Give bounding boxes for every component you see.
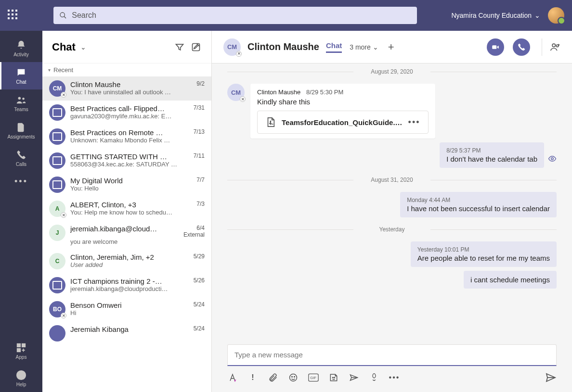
svg-point-13 xyxy=(551,157,554,160)
chat-item-title: Best Practices call- Flipped… xyxy=(70,104,165,113)
svg-point-21 xyxy=(373,374,376,378)
svg-point-15 xyxy=(292,377,293,378)
message-time: Monday 4:44 AM xyxy=(407,197,550,203)
chat-item-avatar: BO✕ xyxy=(49,301,65,317)
video-call-button[interactable] xyxy=(487,38,504,56)
audio-call-button[interactable] xyxy=(513,38,530,56)
chat-list-item[interactable]: Best Practices call- Flipped…7/31gavuna2… xyxy=(42,101,211,125)
message-text: Are people able to reset for me my teams xyxy=(417,254,550,262)
chat-item-title: Clinton, Jeremiah, Jim, +2 xyxy=(70,253,154,261)
chat-item-preview: you are welcome xyxy=(70,238,205,245)
presence-offline-icon: ✕ xyxy=(61,313,66,318)
svg-line-1 xyxy=(64,16,66,18)
chat-list-item[interactable]: ICT champions training 2 -…5/26jeremiah.… xyxy=(42,273,211,297)
chat-item-preview: Unknown: Kamaku Mbondo Felix … xyxy=(70,137,205,144)
svg-rect-6 xyxy=(17,349,20,352)
more-actions-icon[interactable]: ••• xyxy=(389,372,400,383)
add-people-button[interactable] xyxy=(542,38,560,56)
new-chat-icon[interactable] xyxy=(190,41,202,53)
message-time: 8/29 5:37 PM xyxy=(446,147,537,154)
svg-point-0 xyxy=(60,13,65,17)
svg-point-19 xyxy=(333,377,334,378)
chat-list-item[interactable]: GETTING STARTED WITH …7/11558063@34.kec.… xyxy=(42,149,211,173)
chat-item-date: 7/11 xyxy=(194,152,205,161)
chat-item-avatar xyxy=(49,152,65,169)
help-icon xyxy=(15,369,27,381)
chat-item-preview: gavuna2030@mylife.mku.ac.ke: E… xyxy=(70,113,205,120)
rail-calls[interactable]: Calls xyxy=(0,144,42,172)
emoji-icon[interactable] xyxy=(288,372,299,383)
chat-item-preview: You: Help me know how to schedu… xyxy=(70,209,205,216)
svg-rect-4 xyxy=(17,344,20,347)
tenant-switcher[interactable]: Nyamira County Education ⌄ xyxy=(451,12,540,19)
add-tab-button[interactable]: + xyxy=(386,41,396,53)
chat-item-avatar: C xyxy=(49,253,65,269)
rail-more[interactable]: ••• xyxy=(14,172,28,191)
attach-icon[interactable] xyxy=(268,372,278,383)
chat-list-item[interactable]: My Digital World7/7You: Hello xyxy=(42,173,211,197)
rail-teams[interactable]: Teams xyxy=(0,89,42,117)
chat-item-date: 5/24 xyxy=(194,325,205,333)
chevron-down-icon[interactable]: ⌄ xyxy=(80,43,86,51)
search-input[interactable]: Search xyxy=(53,7,417,24)
sticker-icon[interactable] xyxy=(328,372,339,383)
chat-item-avatar xyxy=(49,128,65,145)
rail-assignments[interactable]: Assignments xyxy=(0,117,42,144)
section-recent[interactable]: ▾ Recent xyxy=(42,63,211,76)
rail-help[interactable]: Help xyxy=(0,365,42,392)
chat-item-date: 5/24 xyxy=(194,301,205,309)
chat-list-item[interactable]: CM✕Clinton Maushe9/2You: I have uninstal… xyxy=(42,76,211,101)
chat-list-item[interactable]: Jeremiah Kibanga5/24 xyxy=(42,321,211,345)
chat-item-date: 7/31 xyxy=(194,104,205,113)
presence-offline-icon: ✕ xyxy=(61,92,66,98)
date-separator: Yesterday xyxy=(227,226,557,233)
chat-list-item[interactable]: A✕ALBERT, Clinton, +37/3You: Help me kno… xyxy=(42,197,211,221)
chat-item-preview: User added xyxy=(70,261,205,268)
presence-offline-icon: ✕ xyxy=(61,212,66,218)
chat-item-date: 7/13 xyxy=(194,128,205,137)
chat-item-title: Best Practices on Remote … xyxy=(70,128,163,137)
chat-item-date: 6/4 xyxy=(183,225,205,231)
outgoing-message: 8/29 5:37 PM I don't have the calendar t… xyxy=(440,142,544,168)
app-launcher-icon[interactable] xyxy=(8,10,19,21)
rail-chat[interactable]: Chat xyxy=(0,62,42,89)
chat-item-title: Clinton Maushe xyxy=(70,80,120,89)
tab-chat[interactable]: Chat xyxy=(326,41,342,53)
message-text: I don't have the calendar tab xyxy=(446,155,537,163)
chat-item-avatar xyxy=(49,325,65,341)
date-separator: August 31, 2020 xyxy=(227,177,557,183)
send-button[interactable] xyxy=(545,372,557,383)
chat-item-date: 9/2 xyxy=(196,80,205,89)
incoming-message: CM ✕ Clinton Maushe 8/29 5:30 PM Kindly … xyxy=(227,84,474,139)
chat-list-item[interactable]: Best Practices on Remote …7/13Unknown: K… xyxy=(42,125,211,149)
bell-icon xyxy=(15,39,27,51)
attachment-more-icon[interactable]: ••• xyxy=(408,117,420,127)
rail-apps[interactable]: Apps xyxy=(0,337,42,365)
teams-icon xyxy=(15,94,27,106)
external-badge: External xyxy=(183,231,205,238)
presence-offline-icon: ✕ xyxy=(236,51,242,57)
svg-point-11 xyxy=(552,44,555,47)
assignments-icon xyxy=(15,122,27,133)
message-time: Yesterday 10:01 PM xyxy=(417,246,550,253)
chat-list-item[interactable]: CClinton, Jeremiah, Jim, +25/29User adde… xyxy=(42,249,211,273)
format-icon[interactable] xyxy=(227,372,238,383)
chat-list-item[interactable]: Jjeremiah.kibanga@cloud…6/4Externalyou a… xyxy=(42,221,211,249)
chat-list-item[interactable]: BO✕Benson Omweri5/24Hi xyxy=(42,297,211,321)
conversation-title: Clinton Maushe xyxy=(247,41,319,52)
contact-avatar[interactable]: CM ✕ xyxy=(223,38,241,56)
message-input[interactable] xyxy=(227,344,557,366)
user-avatar[interactable] xyxy=(548,7,564,24)
schedule-meeting-icon[interactable] xyxy=(349,372,359,383)
file-attachment[interactable]: TeamsforEducation_QuickGuide.… ••• xyxy=(257,111,429,134)
stream-icon[interactable] xyxy=(369,372,379,383)
svg-rect-10 xyxy=(492,45,496,49)
filter-icon[interactable] xyxy=(174,41,185,53)
svg-point-3 xyxy=(22,98,25,100)
svg-point-16 xyxy=(294,377,295,378)
priority-icon[interactable]: ! xyxy=(247,372,258,383)
gif-icon[interactable]: GIF xyxy=(308,372,319,383)
tab-more[interactable]: 3 more ⌄ xyxy=(350,43,378,51)
chat-item-avatar: J xyxy=(49,225,65,241)
rail-activity[interactable]: Activity xyxy=(0,35,42,62)
